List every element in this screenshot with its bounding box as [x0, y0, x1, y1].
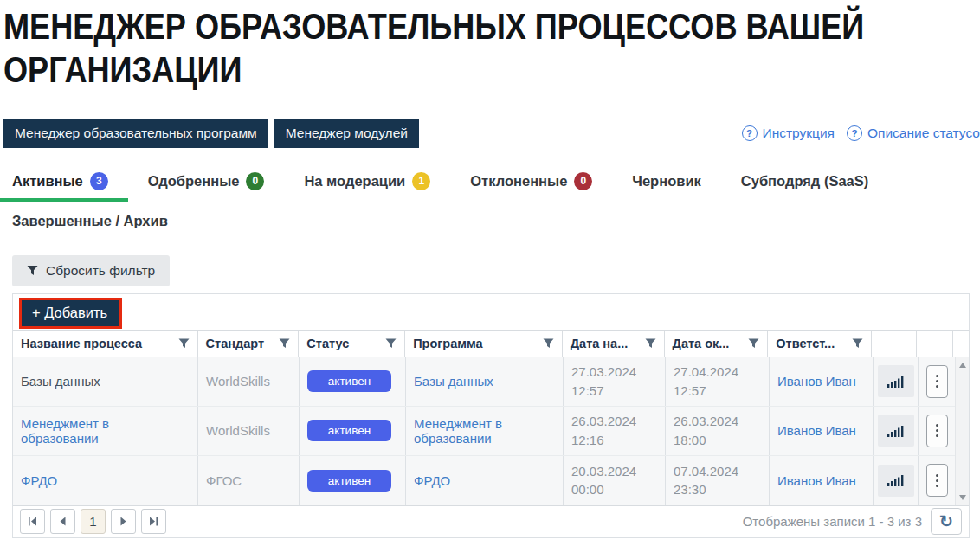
- cell-responsible: Иванов Иван: [770, 407, 874, 455]
- stats-button[interactable]: [878, 365, 914, 397]
- standard: WorldSkills: [206, 374, 291, 389]
- first-page-icon: [28, 517, 37, 526]
- table-header-row: Название процесса Стандарт Статус Програ…: [13, 331, 969, 357]
- refresh-button[interactable]: ↻: [931, 508, 962, 535]
- tab-draft[interactable]: Черновик: [632, 173, 700, 190]
- column-header-date-start[interactable]: Дата на...: [563, 331, 665, 357]
- time: 18:00: [674, 431, 761, 450]
- cell-process-name: ФРДО: [13, 456, 198, 505]
- kebab-icon: [936, 385, 938, 388]
- column-header-status[interactable]: Статус: [299, 331, 405, 357]
- cell-responsible: Иванов Иван: [770, 357, 874, 406]
- prev-page-button[interactable]: [50, 509, 75, 534]
- kebab-icon: [936, 434, 938, 437]
- process-name-link[interactable]: ФРДО: [21, 473, 190, 488]
- grid-toolbar: + Добавить: [13, 294, 969, 331]
- column-header-date-end[interactable]: Дата ок...: [665, 331, 769, 357]
- tab-active[interactable]: Активные 3: [12, 172, 108, 190]
- row-menu-button[interactable]: [926, 464, 948, 497]
- question-icon: ?: [847, 125, 862, 141]
- table-scrollbar[interactable]: [955, 357, 969, 505]
- last-page-button[interactable]: [141, 509, 166, 534]
- tab-rejected[interactable]: Отклоненные 0: [470, 172, 592, 190]
- modules-manager-button[interactable]: Менеджер модулей: [274, 119, 419, 148]
- standard: ФГОС: [206, 473, 291, 488]
- status-badge[interactable]: активен: [307, 420, 391, 441]
- cell-status: активен: [300, 357, 406, 406]
- cell-program: ФРДО: [406, 456, 564, 505]
- prev-page-icon: [58, 517, 68, 526]
- program-link[interactable]: Базы данных: [414, 374, 555, 389]
- filter-icon[interactable]: [748, 338, 759, 349]
- cell-responsible: Иванов Иван: [770, 456, 874, 505]
- responsible-link[interactable]: Иванов Иван: [777, 423, 865, 438]
- cell-standard: WorldSkills: [198, 357, 300, 406]
- process-name-link[interactable]: Менеджмент в образовании: [21, 416, 190, 446]
- row-menu-button[interactable]: [926, 365, 948, 398]
- cell-date-start: 20.03.202400:00: [564, 456, 666, 505]
- scroll-up-icon[interactable]: [959, 363, 966, 368]
- cell-stats: [874, 407, 919, 455]
- stats-button[interactable]: [878, 415, 914, 447]
- column-header-program[interactable]: Программа: [405, 331, 563, 357]
- filter-icon[interactable]: [543, 338, 554, 349]
- status-description-link[interactable]: ? Описание статусо: [847, 125, 980, 141]
- filter-icon[interactable]: [385, 338, 397, 349]
- status-badge[interactable]: активен: [307, 370, 391, 392]
- tab-count-badge: 0: [574, 172, 592, 190]
- tab-subcontract[interactable]: Субподряд (SaaS): [741, 173, 869, 190]
- reset-filter-button[interactable]: Сбросить фильтр: [12, 255, 170, 286]
- bar-chart-icon: [887, 474, 904, 486]
- filter-icon[interactable]: [178, 338, 190, 349]
- tabs-row-2: Завершенные / Архив: [12, 213, 980, 229]
- column-header-label: Дата на...: [571, 337, 629, 350]
- filter-icon[interactable]: [645, 338, 656, 349]
- next-page-button[interactable]: [111, 509, 136, 534]
- tab-label: Завершенные / Архив: [12, 213, 168, 229]
- page-number-button[interactable]: 1: [81, 509, 106, 534]
- column-header-standard[interactable]: Стандарт: [198, 331, 300, 357]
- programs-manager-button[interactable]: Менеджер образовательных программ: [3, 119, 268, 148]
- subheader: Менеджер образовательных программ Менедж…: [0, 119, 980, 148]
- filter-icon: [27, 265, 38, 276]
- row-menu-button[interactable]: [926, 415, 948, 447]
- process-grid: + Добавить Название процесса Стандарт Ст…: [12, 293, 970, 538]
- responsible-link[interactable]: Иванов Иван: [777, 473, 865, 488]
- first-page-button[interactable]: [20, 509, 45, 534]
- responsible-link[interactable]: Иванов Иван: [777, 374, 865, 389]
- tab-label: Субподряд (SaaS): [741, 173, 869, 190]
- tab-moderation[interactable]: На модерации 1: [304, 172, 430, 190]
- filter-icon[interactable]: [852, 338, 863, 349]
- page-title-line1: МЕНЕДЖЕР ОБРАЗОВАТЕЛЬНЫХ ПРОЦЕССОВ ВАШЕЙ: [3, 5, 980, 48]
- kebab-icon: [936, 429, 938, 432]
- tab-count-badge: 3: [90, 172, 108, 190]
- program-link[interactable]: ФРДО: [414, 473, 555, 488]
- column-header-spacer: [953, 331, 969, 357]
- kebab-icon: [936, 424, 938, 427]
- reset-filter-label: Сбросить фильтр: [46, 263, 155, 279]
- bar-chart-icon: [887, 425, 904, 437]
- instruction-link-label: Инструкция: [763, 125, 835, 141]
- table-row: Менеджмент в образовании WorldSkills акт…: [13, 407, 955, 456]
- tab-archive[interactable]: Завершенные / Архив: [12, 213, 168, 229]
- cell-status: активен: [300, 456, 406, 505]
- status-badge[interactable]: активен: [307, 470, 391, 492]
- date: 20.03.2024: [571, 462, 657, 481]
- tab-label: Активные: [12, 173, 83, 190]
- scroll-down-icon[interactable]: [959, 495, 966, 500]
- time: 12:57: [674, 382, 761, 401]
- column-header-responsible[interactable]: Ответст...: [768, 331, 872, 357]
- add-process-button[interactable]: + Добавить: [19, 298, 122, 329]
- cell-date-end: 26.03.202418:00: [666, 407, 770, 455]
- column-header-name[interactable]: Название процесса: [13, 331, 198, 357]
- active-tab-underline: [0, 198, 128, 202]
- bar-chart-icon: [887, 376, 904, 388]
- date: 07.04.2024: [674, 462, 761, 481]
- stats-button[interactable]: [878, 465, 914, 497]
- tab-approved[interactable]: Одобренные 0: [148, 172, 265, 190]
- kebab-icon: [936, 485, 938, 487]
- filter-icon[interactable]: [279, 338, 290, 349]
- program-link[interactable]: Менеджмент в образовании: [414, 416, 555, 446]
- column-header-label: Ответст...: [776, 337, 835, 350]
- instruction-link[interactable]: ? Инструкция: [742, 125, 835, 141]
